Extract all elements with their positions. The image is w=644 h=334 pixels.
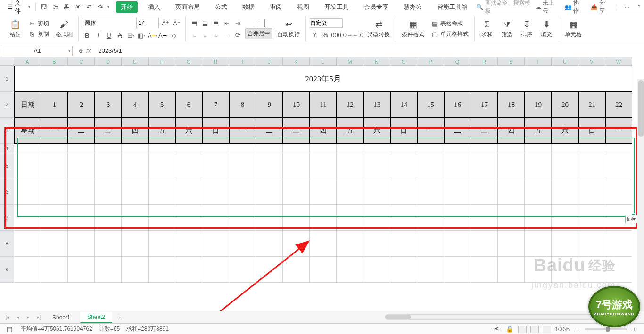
cell[interactable]: [283, 153, 310, 179]
row-header[interactable]: 8: [0, 231, 14, 257]
paste-button[interactable]: 📋粘贴: [7, 18, 24, 40]
comma-icon[interactable]: 000: [331, 30, 341, 40]
increase-font-icon[interactable]: A⁺: [161, 18, 170, 28]
cell[interactable]: [471, 144, 498, 153]
undo-icon[interactable]: ↶: [85, 3, 93, 11]
cell[interactable]: 11: [310, 92, 337, 118]
cell[interactable]: [14, 205, 41, 231]
cell[interactable]: [578, 144, 605, 153]
cell[interactable]: 六: [363, 118, 390, 144]
cell[interactable]: 四: [122, 118, 149, 144]
cell[interactable]: [122, 257, 149, 283]
cell[interactable]: [363, 257, 390, 283]
tab-devtools[interactable]: 开发工具: [320, 1, 354, 13]
align-right-icon[interactable]: ≡: [211, 30, 221, 40]
cell[interactable]: 2: [68, 92, 95, 118]
cell[interactable]: [605, 231, 632, 257]
cell[interactable]: [444, 144, 471, 153]
border-icon[interactable]: ⊞▾: [126, 31, 135, 40]
fill-color-icon[interactable]: ◧▾: [137, 31, 146, 40]
cell[interactable]: 一: [417, 118, 444, 144]
clear-format-icon[interactable]: ◇: [169, 31, 179, 40]
cell[interactable]: [149, 179, 175, 205]
cell[interactable]: [256, 179, 283, 205]
row-header[interactable]: 3: [0, 118, 14, 144]
cell[interactable]: [525, 153, 552, 179]
cell[interactable]: 一: [605, 118, 632, 144]
cell[interactable]: [310, 179, 337, 205]
cell[interactable]: 16: [444, 92, 471, 118]
currency-icon[interactable]: ¥: [310, 30, 319, 40]
view-pagebreak-icon[interactable]: [543, 326, 551, 333]
print-preview-icon[interactable]: 👁: [74, 3, 82, 11]
cell[interactable]: [68, 205, 95, 231]
cell[interactable]: 四: [310, 118, 337, 144]
column-header[interactable]: P: [417, 57, 444, 66]
cell[interactable]: [149, 205, 175, 231]
column-header[interactable]: Q: [444, 57, 471, 66]
font-color-icon[interactable]: A▾: [158, 31, 168, 40]
cell[interactable]: [229, 153, 256, 179]
cell[interactable]: [310, 153, 337, 179]
cell[interactable]: [337, 153, 363, 179]
cell[interactable]: [95, 153, 122, 179]
sum-button[interactable]: Σ求和: [479, 19, 495, 40]
cell[interactable]: [363, 231, 390, 257]
row-header[interactable]: 6: [0, 179, 14, 205]
filter-button[interactable]: ⧩筛选: [498, 19, 515, 40]
table-style-button[interactable]: ▤表格样式: [429, 19, 471, 28]
cell[interactable]: [525, 144, 552, 153]
cell[interactable]: [310, 257, 337, 283]
add-sheet-button[interactable]: +: [115, 313, 125, 321]
cell[interactable]: [363, 205, 390, 231]
column-header[interactable]: G: [175, 57, 202, 66]
cell[interactable]: 日期: [14, 92, 41, 118]
cell[interactable]: [471, 179, 498, 205]
cell[interactable]: 日: [578, 118, 605, 144]
underline-icon[interactable]: U: [104, 31, 114, 40]
cell[interactable]: [122, 179, 149, 205]
align-bottom-icon[interactable]: ⬒: [211, 18, 221, 28]
tab-insert[interactable]: 插入: [143, 1, 165, 13]
cell[interactable]: 20: [552, 92, 578, 118]
cell[interactable]: [202, 179, 229, 205]
cell[interactable]: [471, 231, 498, 257]
conditional-format-button[interactable]: ▦条件格式: [400, 18, 426, 40]
cell[interactable]: [310, 205, 337, 231]
cell[interactable]: [283, 257, 310, 283]
align-left-icon[interactable]: ≡: [190, 30, 199, 40]
cell[interactable]: [390, 257, 417, 283]
cell[interactable]: 六: [175, 118, 202, 144]
row-header[interactable]: 7: [0, 205, 14, 231]
column-header[interactable]: T: [525, 57, 552, 66]
cell[interactable]: 六: [552, 118, 578, 144]
cell[interactable]: 6: [175, 92, 202, 118]
cell[interactable]: [122, 144, 149, 153]
tab-nav-first-icon[interactable]: |◂: [4, 314, 11, 320]
cell[interactable]: 五: [337, 118, 363, 144]
cell[interactable]: [337, 144, 363, 153]
align-top-icon[interactable]: ⬒: [190, 18, 199, 28]
cell[interactable]: [498, 153, 525, 179]
cell[interactable]: 二: [68, 118, 95, 144]
cell[interactable]: [417, 205, 444, 231]
cell[interactable]: 二: [256, 118, 283, 144]
cell[interactable]: [149, 153, 175, 179]
autofill-options-button[interactable]: 🗟▾: [625, 215, 637, 223]
cell[interactable]: [363, 153, 390, 179]
cell[interactable]: 14: [390, 92, 417, 118]
cell[interactable]: 5: [149, 92, 175, 118]
cell[interactable]: [471, 205, 498, 231]
cell[interactable]: [202, 231, 229, 257]
cell[interactable]: [229, 231, 256, 257]
cell[interactable]: [552, 153, 578, 179]
font-size-select[interactable]: [136, 18, 159, 28]
cell[interactable]: 19: [525, 92, 552, 118]
cell[interactable]: [444, 231, 471, 257]
orientation-icon[interactable]: ⟳: [233, 30, 242, 40]
cell[interactable]: 4: [122, 92, 149, 118]
column-header[interactable]: R: [471, 57, 498, 66]
cell[interactable]: 日: [202, 118, 229, 144]
cell[interactable]: [498, 231, 525, 257]
cell[interactable]: 二: [444, 118, 471, 144]
